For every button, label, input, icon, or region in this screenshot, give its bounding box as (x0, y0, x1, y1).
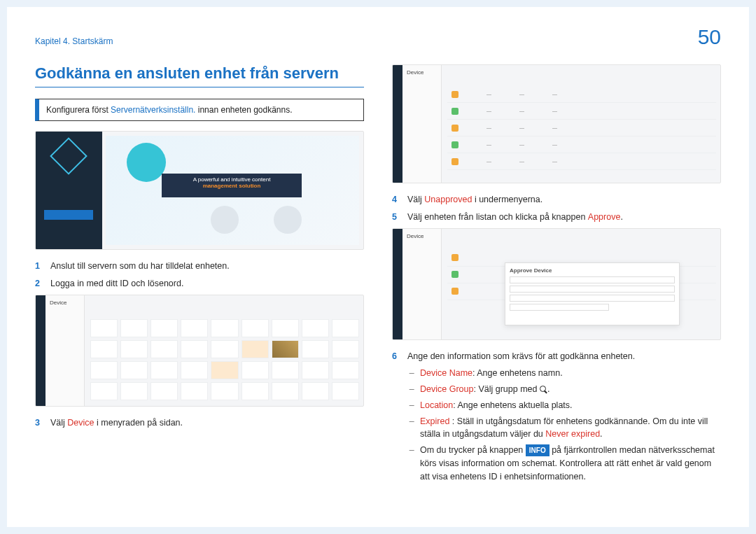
highlight-unapproved: Unapproved (424, 195, 472, 204)
step-pre: Välj (407, 195, 424, 204)
field-desc: : Välj grupp med (473, 384, 540, 394)
highlight-device: Device (67, 418, 94, 428)
step-5: 5 Välj enheten från listan och klicka på… (392, 211, 721, 224)
ss-sidebar-dark (36, 132, 102, 249)
step-post: i menyraden på sidan. (94, 418, 183, 428)
field-label: Expired (420, 416, 449, 426)
ss-sidebar-title: Device (46, 295, 84, 310)
step-1: 1 Anslut till servern som du har tilldel… (35, 260, 364, 273)
approve-dialog: Approve Device (505, 262, 680, 325)
step-post: i undermenyerna. (472, 195, 542, 204)
step-number: 4 (392, 193, 400, 206)
screenshot-login: A powerful and intuitive content managem… (35, 131, 364, 250)
ss-sidebar-title: Device (402, 65, 441, 80)
highlight-approve: Approve (588, 212, 621, 222)
step-pre: Välj enheten från listan och klicka på k… (407, 212, 588, 222)
field-label: Device Group (420, 384, 473, 394)
ss-device-tiles (90, 319, 359, 402)
step-number: 6 (392, 350, 400, 363)
bullet-dash: ‒ (409, 415, 414, 442)
section-heading: Godkänna en ansluten enhet från servern (35, 64, 364, 87)
ss-nav-rail (393, 65, 402, 183)
step-text: Ange den information som krävs för att g… (407, 350, 721, 363)
ss-banner: A powerful and intuitive content managem… (162, 174, 302, 197)
note-box: Konfigurera först Servernätverksinställn… (35, 99, 364, 121)
logo-icon (50, 137, 88, 175)
field-label: Device Name (420, 368, 472, 378)
bullet-dash: ‒ (409, 399, 414, 412)
step-number: 5 (392, 211, 400, 224)
dialog-field (510, 304, 609, 311)
screenshot-device-grid: Device (35, 295, 364, 407)
screenshot-unapproved-list: Device ——— ——— ——— ——— ——— (392, 64, 721, 183)
step-post: . (620, 212, 622, 222)
ss-nav-rail (36, 295, 46, 406)
step-number: 2 (35, 277, 43, 290)
step-3: 3 Välj Device i menyraden på sidan. (35, 416, 364, 430)
sub-body: Device Group: Välj grupp med . (420, 383, 721, 396)
step-number: 1 (35, 260, 43, 273)
sub-location: ‒ Location: Ange enhetens aktuella plats… (409, 399, 721, 412)
step-2: 2 Logga in med ditt ID och lösenord. (35, 277, 364, 290)
screenshot-approve-dialog: Device Approve Device (392, 228, 721, 340)
chapter-label: Kapitel 4. Startskärm (35, 36, 113, 46)
highlight-never-expired: Never expired (545, 429, 600, 439)
dialog-field (510, 276, 675, 283)
field-post: . (547, 384, 550, 394)
step-number: 3 (35, 416, 43, 430)
step-text: Välj Device i menyraden på sidan. (50, 416, 364, 430)
sub-body: Device Name: Ange enhetens namn. (420, 367, 721, 380)
ss-sidebar-title: Device (402, 229, 441, 244)
sub-device-group: ‒ Device Group: Välj grupp med . (409, 383, 721, 396)
bullet-dash: ‒ (409, 444, 414, 483)
left-column: Godkänna en ansluten enhet från servern … (35, 64, 364, 486)
note-post: innan enheten godkänns. (195, 105, 292, 115)
content-columns: Godkänna en ansluten enhet från servern … (35, 64, 721, 486)
step-text: Anslut till servern som du har tilldelat… (50, 260, 364, 273)
sub-body: Location: Ange enhetens aktuella plats. (420, 399, 721, 412)
bullet-dash: ‒ (409, 383, 414, 396)
note-link: Servernätverksinställn. (111, 105, 195, 115)
magnifier-icon (540, 386, 547, 393)
step-text: Välj enheten från listan och klicka på k… (407, 211, 721, 224)
chart-circle-icon (127, 143, 166, 182)
sub-expired: ‒ Expired : Ställ in utgångsdatum för en… (409, 415, 721, 442)
chart-circle-icon (274, 206, 302, 234)
page-header: Kapitel 4. Startskärm 50 (35, 25, 721, 49)
dialog-field (510, 286, 675, 293)
sub-body: Om du trycker på knappen INFO på fjärrko… (420, 444, 721, 483)
page-number: 50 (698, 25, 721, 49)
dialog-title: Approve Device (510, 267, 675, 274)
ss-sub-sidebar: Device (402, 229, 442, 339)
dialog-field (510, 295, 675, 302)
step-6: 6 Ange den information som krävs för att… (392, 350, 721, 363)
field-label: Location (420, 400, 453, 410)
info-badge: INFO (526, 444, 550, 456)
step-text: Logga in med ditt ID och lösenord. (50, 277, 364, 290)
login-button-placeholder (44, 210, 93, 220)
ss-sub-sidebar: Device (46, 295, 85, 406)
banner-line2: management solution (164, 183, 299, 189)
sub-body: Expired : Ställ in utgångsdatum för enhe… (420, 415, 721, 442)
chart-circle-icon (211, 206, 239, 234)
bullet-dash: ‒ (409, 367, 414, 380)
step-pre: Välj (50, 418, 67, 428)
ss-nav-rail (393, 229, 402, 339)
info-pre: Om du trycker på knappen (420, 445, 526, 455)
ss-device-rows: ——— ——— ——— ——— ——— (447, 86, 716, 170)
field-desc: : Ange enhetens namn. (472, 368, 563, 378)
field-post: . (600, 429, 602, 439)
field-desc: : Ange enhetens aktuella plats. (453, 400, 572, 410)
step-4: 4 Välj Unapproved i undermenyerna. (392, 193, 721, 206)
ss-sub-sidebar: Device (402, 65, 442, 183)
banner-line1: A powerful and intuitive content (164, 176, 299, 183)
sub-info: ‒ Om du trycker på knappen INFO på fjärr… (409, 444, 721, 483)
sub-device-name: ‒ Device Name: Ange enhetens namn. (409, 367, 721, 380)
note-pre: Konfigurera först (46, 105, 111, 115)
document-page: Kapitel 4. Startskärm 50 Godkänna en ans… (7, 7, 749, 527)
right-column: Device ——— ——— ——— ——— ——— 4 Välj Unappr… (392, 64, 721, 486)
step-text: Välj Unapproved i undermenyerna. (407, 193, 721, 206)
